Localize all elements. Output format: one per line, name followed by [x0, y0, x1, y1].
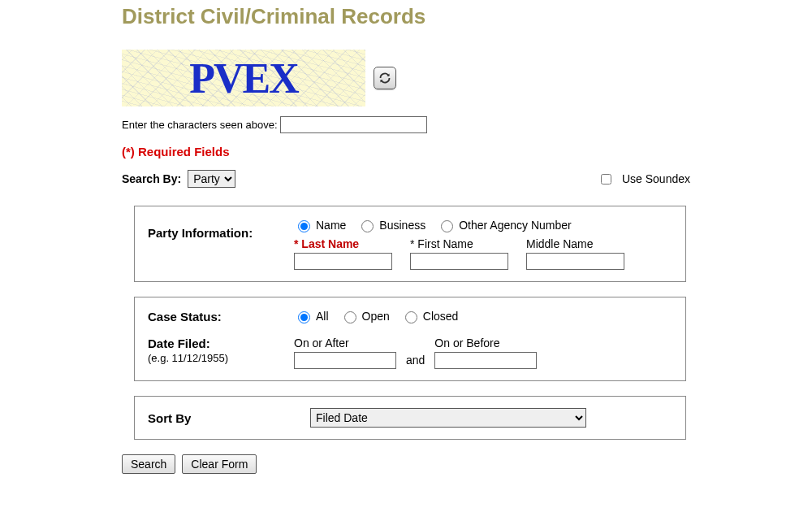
- search-button[interactable]: Search: [122, 454, 175, 474]
- middle-name-label: Middle Name: [526, 237, 624, 250]
- case-status-label: Case Status:: [148, 310, 294, 323]
- last-name-input[interactable]: [294, 253, 392, 270]
- sort-by-label: Sort By: [148, 411, 310, 425]
- captcha-image: PVEX: [122, 50, 365, 106]
- case-status-all-radio[interactable]: [298, 311, 310, 323]
- party-type-name-label: Name: [316, 219, 346, 232]
- on-or-after-input[interactable]: [294, 352, 396, 369]
- search-by-label: Search By:: [122, 172, 181, 185]
- case-status-open-radio[interactable]: [344, 311, 356, 323]
- captcha-refresh-button[interactable]: [374, 67, 396, 89]
- sort-by-section: Sort By Filed Date: [134, 396, 686, 440]
- case-status-closed-label: Closed: [423, 310, 459, 323]
- captcha-text: PVEX: [189, 54, 298, 102]
- on-or-after-label: On or After: [294, 336, 396, 350]
- on-or-before-input[interactable]: [434, 352, 537, 369]
- required-fields-note: (*) Required Fields: [122, 145, 706, 158]
- page-title: District Civil/Criminal Records: [122, 4, 706, 29]
- case-status-open-label: Open: [362, 310, 390, 323]
- clear-form-button[interactable]: Clear Form: [182, 454, 257, 474]
- party-type-name-radio[interactable]: [298, 220, 310, 232]
- on-or-before-label: On or Before: [434, 336, 537, 350]
- party-type-business-label: Business: [379, 219, 425, 232]
- sort-by-select[interactable]: Filed Date: [310, 408, 586, 428]
- first-name-label: * First Name: [410, 237, 508, 250]
- last-name-label: * Last Name: [294, 237, 392, 250]
- captcha-input-label: Enter the characters seen above:: [122, 119, 278, 131]
- party-type-business-radio[interactable]: [361, 220, 374, 232]
- case-status-section: Case Status: All Open Closed Date Filed:…: [134, 297, 686, 381]
- search-by-select[interactable]: Party: [188, 170, 235, 188]
- case-status-closed-radio[interactable]: [405, 311, 417, 323]
- first-name-input[interactable]: [410, 253, 508, 270]
- use-soundex-label: Use Soundex: [622, 172, 690, 185]
- captcha-input[interactable]: [280, 116, 427, 133]
- party-type-other-label: Other Agency Number: [459, 219, 572, 232]
- date-filed-label: Date Filed:: [148, 336, 294, 350]
- middle-name-input[interactable]: [526, 253, 624, 270]
- case-status-all-label: All: [316, 310, 329, 323]
- and-text: and: [406, 354, 425, 369]
- use-soundex-checkbox[interactable]: [601, 174, 611, 185]
- date-filed-hint: (e.g. 11/12/1955): [148, 352, 294, 364]
- refresh-icon: [378, 72, 391, 85]
- party-information-section: Party Information: Name Business Other A…: [134, 206, 686, 282]
- party-type-other-radio[interactable]: [441, 220, 453, 232]
- party-info-label: Party Information:: [148, 226, 294, 240]
